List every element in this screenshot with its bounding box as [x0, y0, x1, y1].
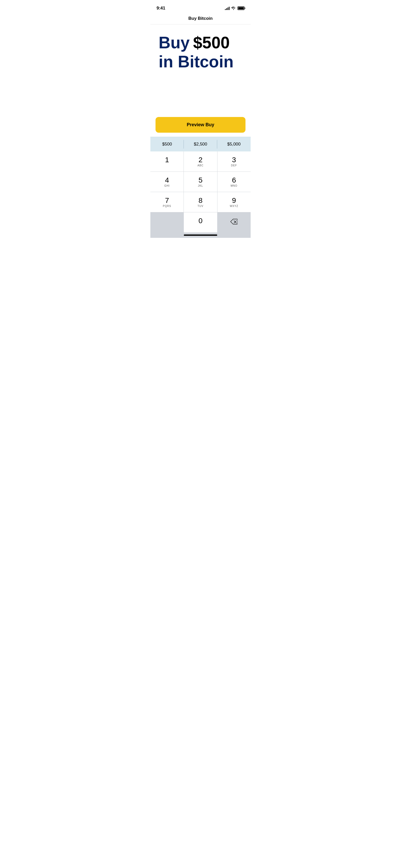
in-bitcoin-label: in Bitcoin — [159, 53, 242, 71]
wifi-icon — [232, 7, 236, 10]
buy-heading: Buy $500 in Bitcoin — [159, 34, 242, 71]
keypad: 1 2 ABC 3 DEF 4 GHI 5 JKL 6 MNO 7 PQRS — [150, 151, 251, 232]
key-4[interactable]: 4 GHI — [150, 172, 184, 192]
nav-title: Buy Bitcoin — [188, 16, 213, 21]
home-bar — [184, 235, 217, 236]
key-5[interactable]: 5 JKL — [184, 172, 217, 192]
key-0[interactable]: 0 — [184, 212, 217, 232]
backspace-button[interactable] — [217, 212, 251, 232]
signal-icon — [225, 7, 229, 10]
backspace-icon — [230, 219, 238, 226]
key-3[interactable]: 3 DEF — [217, 151, 251, 172]
quick-amount-5000[interactable]: $5,000 — [217, 137, 251, 151]
key-7[interactable]: 7 PQRS — [150, 192, 184, 212]
status-icons — [225, 6, 244, 10]
key-2[interactable]: 2 ABC — [184, 151, 217, 172]
buy-word: Buy — [159, 33, 190, 52]
home-indicator — [150, 232, 251, 238]
key-8[interactable]: 8 TUV — [184, 192, 217, 212]
status-bar: 9:41 — [150, 0, 251, 13]
key-9[interactable]: 9 WXYZ — [217, 192, 251, 212]
key-empty — [150, 212, 184, 232]
quick-amount-500[interactable]: $500 — [150, 137, 184, 151]
key-6[interactable]: 6 MNO — [217, 172, 251, 192]
quick-amounts-bar: $500 $2,500 $5,000 — [150, 137, 251, 151]
nav-header: Buy Bitcoin — [150, 13, 251, 24]
main-content: Buy $500 in Bitcoin — [150, 24, 251, 117]
status-time: 9:41 — [157, 6, 165, 11]
buy-amount: $500 — [193, 33, 229, 52]
battery-icon — [238, 6, 244, 10]
quick-amount-2500[interactable]: $2,500 — [184, 137, 217, 151]
preview-section: Preview Buy — [150, 117, 251, 137]
preview-buy-button[interactable]: Preview Buy — [156, 117, 245, 133]
key-1[interactable]: 1 — [150, 151, 184, 172]
